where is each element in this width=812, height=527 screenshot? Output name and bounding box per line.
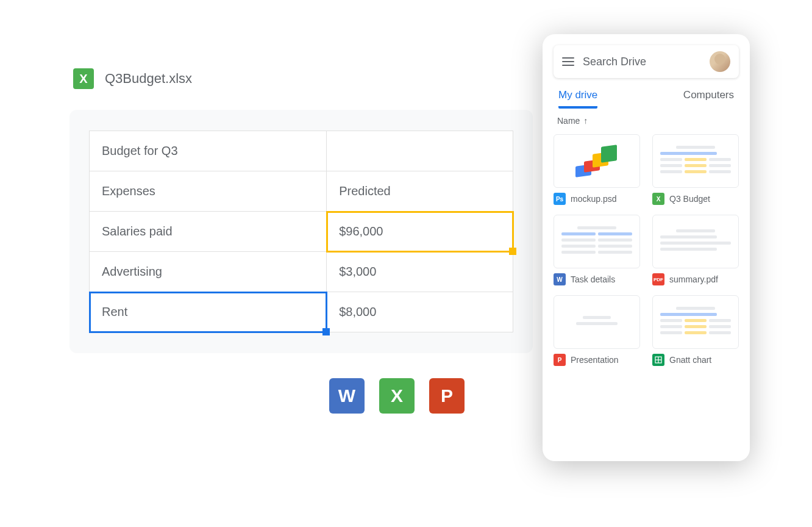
- file-thumb: [652, 295, 739, 349]
- file-thumb: [554, 215, 640, 268]
- spreadsheet-table: Budget for Q3 Expenses Predicted Salarie…: [89, 131, 513, 332]
- cell-a3[interactable]: Salaries paid: [90, 212, 327, 252]
- file-name-label: Task details: [571, 274, 615, 284]
- spreadsheet-panel: Budget for Q3 Expenses Predicted Salarie…: [69, 110, 533, 353]
- cell-a4[interactable]: Advertising: [90, 252, 327, 292]
- search-bar[interactable]: Search Drive: [554, 45, 739, 78]
- tab-computers[interactable]: Computers: [683, 89, 734, 109]
- sort-label: Name: [557, 116, 580, 126]
- file-name-label: summary.pdf: [669, 274, 718, 284]
- file-card-q3budget[interactable]: X Q3 Budget: [652, 134, 739, 205]
- tabs: My drive Computers: [554, 89, 739, 109]
- drive-mobile-panel: Search Drive My drive Computers Name ↑ P…: [543, 34, 750, 461]
- file-card-summary[interactable]: PDF summary.pdf: [652, 215, 739, 285]
- file-card-taskdetails[interactable]: W Task details: [554, 215, 640, 285]
- file-grid: Ps mockup.psd X Q3 Budget: [554, 134, 739, 366]
- pdf-mini-icon: PDF: [652, 273, 664, 285]
- cell-b4[interactable]: $3,000: [327, 252, 513, 292]
- powerpoint-mini-icon: P: [554, 354, 566, 366]
- excel-file-icon: X: [73, 68, 94, 89]
- cell-b2[interactable]: Predicted: [327, 171, 513, 212]
- file-name-label: mockup.psd: [571, 194, 616, 204]
- powerpoint-icon: P: [429, 378, 465, 414]
- cell-b1[interactable]: [327, 131, 513, 171]
- avatar[interactable]: [710, 51, 730, 72]
- thumb-3d-icon: [575, 146, 618, 176]
- file-card-mockup[interactable]: Ps mockup.psd: [554, 134, 640, 205]
- photoshop-icon: Ps: [554, 193, 566, 205]
- file-thumb: [554, 134, 640, 188]
- file-name-label: Q3 Budget: [669, 194, 710, 204]
- file-name-label: Gnatt chart: [669, 355, 711, 365]
- file-header: X Q3Budget.xlsx: [73, 68, 192, 89]
- file-card-presentation[interactable]: P Presentation: [554, 295, 640, 366]
- sort-row[interactable]: Name ↑: [554, 116, 739, 126]
- file-thumb: [652, 215, 739, 268]
- cell-b3-selected[interactable]: $96,000: [327, 212, 513, 252]
- file-name-label: Presentation: [571, 355, 619, 365]
- office-icons-row: W X P: [329, 378, 465, 414]
- cell-a1[interactable]: Budget for Q3: [90, 131, 327, 171]
- file-card-gantt[interactable]: Gnatt chart: [652, 295, 739, 366]
- file-name: Q3Budget.xlsx: [105, 71, 192, 87]
- cell-a2[interactable]: Expenses: [90, 171, 327, 212]
- file-thumb: [652, 134, 739, 188]
- word-mini-icon: W: [554, 273, 566, 285]
- menu-icon[interactable]: [562, 57, 574, 66]
- search-input[interactable]: Search Drive: [583, 56, 701, 68]
- excel-mini-icon: X: [652, 193, 664, 205]
- sort-arrow-icon: ↑: [583, 116, 588, 126]
- tab-my-drive[interactable]: My drive: [558, 89, 597, 109]
- excel-icon: X: [379, 378, 415, 414]
- sheets-mini-icon: [652, 354, 664, 366]
- cell-b5[interactable]: $8,000: [327, 292, 513, 332]
- cell-a5-selected[interactable]: Rent: [90, 292, 327, 332]
- word-icon: W: [329, 378, 365, 414]
- file-thumb: [554, 295, 640, 349]
